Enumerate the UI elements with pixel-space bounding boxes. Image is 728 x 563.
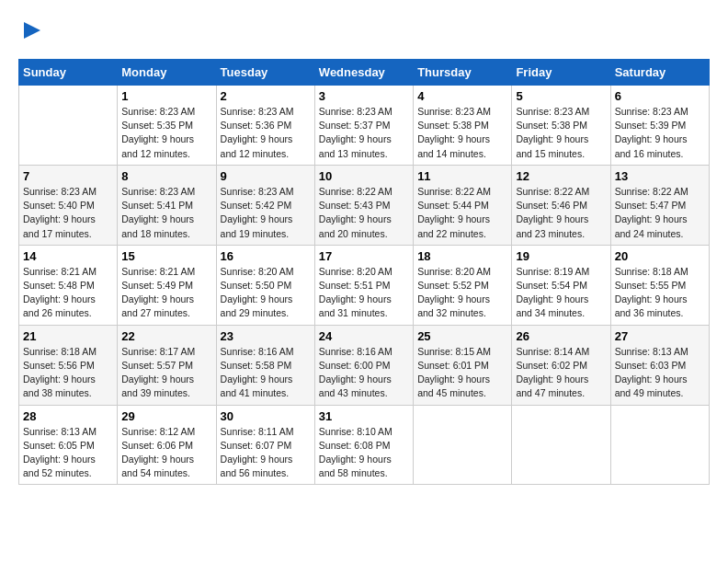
day-number: 1	[121, 89, 211, 103]
day-number: 31	[319, 409, 409, 423]
calendar-cell: 29Sunrise: 8:12 AM Sunset: 6:06 PM Dayli…	[118, 405, 216, 485]
calendar-cell: 14Sunrise: 8:21 AM Sunset: 5:48 PM Dayli…	[19, 245, 118, 325]
day-info: Sunrise: 8:10 AM Sunset: 6:08 PM Dayligh…	[319, 425, 409, 481]
calendar-cell: 27Sunrise: 8:13 AM Sunset: 6:03 PM Dayli…	[610, 325, 709, 405]
calendar-cell: 24Sunrise: 8:16 AM Sunset: 6:00 PM Dayli…	[314, 325, 413, 405]
day-number: 9	[221, 169, 311, 183]
calendar-cell: 2Sunrise: 8:23 AM Sunset: 5:36 PM Daylig…	[216, 86, 314, 166]
day-number: 15	[121, 249, 211, 263]
day-info: Sunrise: 8:15 AM Sunset: 6:01 PM Dayligh…	[417, 345, 507, 401]
day-number: 5	[516, 89, 606, 103]
day-info: Sunrise: 8:22 AM Sunset: 5:44 PM Dayligh…	[417, 185, 507, 241]
week-row-2: 14Sunrise: 8:21 AM Sunset: 5:48 PM Dayli…	[19, 245, 710, 325]
day-info: Sunrise: 8:23 AM Sunset: 5:38 PM Dayligh…	[417, 105, 507, 161]
day-number: 19	[516, 249, 606, 263]
calendar-cell: 23Sunrise: 8:16 AM Sunset: 5:58 PM Dayli…	[216, 325, 314, 405]
day-number: 28	[23, 409, 113, 423]
day-number: 27	[615, 329, 705, 343]
calendar-cell: 5Sunrise: 8:23 AM Sunset: 5:38 PM Daylig…	[512, 86, 610, 166]
day-info: Sunrise: 8:21 AM Sunset: 5:49 PM Dayligh…	[121, 265, 211, 321]
day-number: 16	[221, 249, 311, 263]
day-info: Sunrise: 8:19 AM Sunset: 5:54 PM Dayligh…	[516, 265, 606, 321]
page-header	[18, 18, 710, 44]
day-number: 4	[417, 89, 507, 103]
calendar-cell	[512, 405, 610, 485]
calendar-cell: 12Sunrise: 8:22 AM Sunset: 5:46 PM Dayli…	[512, 165, 610, 245]
calendar-cell: 10Sunrise: 8:22 AM Sunset: 5:43 PM Dayli…	[314, 165, 413, 245]
calendar-cell: 6Sunrise: 8:23 AM Sunset: 5:39 PM Daylig…	[610, 86, 709, 166]
calendar-cell: 16Sunrise: 8:20 AM Sunset: 5:50 PM Dayli…	[216, 245, 314, 325]
day-number: 14	[23, 249, 113, 263]
day-number: 23	[221, 329, 311, 343]
day-info: Sunrise: 8:14 AM Sunset: 6:02 PM Dayligh…	[516, 345, 606, 401]
day-info: Sunrise: 8:23 AM Sunset: 5:36 PM Dayligh…	[221, 105, 311, 161]
calendar-cell	[610, 405, 709, 485]
calendar-cell: 21Sunrise: 8:18 AM Sunset: 5:56 PM Dayli…	[19, 325, 118, 405]
day-number: 3	[319, 89, 409, 103]
logo-arrow-icon	[22, 20, 42, 40]
calendar-cell: 4Sunrise: 8:23 AM Sunset: 5:38 PM Daylig…	[414, 86, 512, 166]
day-info: Sunrise: 8:13 AM Sunset: 6:03 PM Dayligh…	[615, 345, 705, 401]
day-info: Sunrise: 8:16 AM Sunset: 5:58 PM Dayligh…	[221, 345, 311, 401]
calendar-cell: 13Sunrise: 8:22 AM Sunset: 5:47 PM Dayli…	[610, 165, 709, 245]
day-info: Sunrise: 8:23 AM Sunset: 5:39 PM Dayligh…	[615, 105, 705, 161]
calendar-cell	[19, 86, 118, 166]
header-day-wednesday: Wednesday	[314, 60, 413, 86]
calendar-cell: 3Sunrise: 8:23 AM Sunset: 5:37 PM Daylig…	[314, 86, 413, 166]
day-info: Sunrise: 8:11 AM Sunset: 6:07 PM Dayligh…	[221, 425, 311, 481]
calendar-cell: 30Sunrise: 8:11 AM Sunset: 6:07 PM Dayli…	[216, 405, 314, 485]
day-info: Sunrise: 8:21 AM Sunset: 5:48 PM Dayligh…	[23, 265, 113, 321]
day-info: Sunrise: 8:20 AM Sunset: 5:51 PM Dayligh…	[319, 265, 409, 321]
calendar-cell: 19Sunrise: 8:19 AM Sunset: 5:54 PM Dayli…	[512, 245, 610, 325]
day-info: Sunrise: 8:17 AM Sunset: 5:57 PM Dayligh…	[121, 345, 211, 401]
calendar-cell: 1Sunrise: 8:23 AM Sunset: 5:35 PM Daylig…	[118, 86, 216, 166]
day-info: Sunrise: 8:16 AM Sunset: 6:00 PM Dayligh…	[319, 345, 409, 401]
calendar-cell: 8Sunrise: 8:23 AM Sunset: 5:41 PM Daylig…	[118, 165, 216, 245]
day-number: 11	[417, 169, 507, 183]
day-number: 29	[121, 409, 211, 423]
calendar-cell: 22Sunrise: 8:17 AM Sunset: 5:57 PM Dayli…	[118, 325, 216, 405]
day-info: Sunrise: 8:18 AM Sunset: 5:55 PM Dayligh…	[615, 265, 705, 321]
header-row: SundayMondayTuesdayWednesdayThursdayFrid…	[19, 60, 710, 86]
day-number: 17	[319, 249, 409, 263]
calendar-table: SundayMondayTuesdayWednesdayThursdayFrid…	[18, 59, 710, 485]
calendar-cell: 25Sunrise: 8:15 AM Sunset: 6:01 PM Dayli…	[414, 325, 512, 405]
calendar-cell	[414, 405, 512, 485]
header-day-tuesday: Tuesday	[216, 60, 314, 86]
day-number: 25	[417, 329, 507, 343]
day-info: Sunrise: 8:20 AM Sunset: 5:52 PM Dayligh…	[417, 265, 507, 321]
day-number: 22	[121, 329, 211, 343]
day-number: 18	[417, 249, 507, 263]
day-number: 2	[221, 89, 311, 103]
day-info: Sunrise: 8:23 AM Sunset: 5:41 PM Dayligh…	[121, 185, 211, 241]
calendar-cell: 26Sunrise: 8:14 AM Sunset: 6:02 PM Dayli…	[512, 325, 610, 405]
day-info: Sunrise: 8:13 AM Sunset: 6:05 PM Dayligh…	[23, 425, 113, 481]
week-row-3: 21Sunrise: 8:18 AM Sunset: 5:56 PM Dayli…	[19, 325, 710, 405]
logo	[18, 18, 42, 44]
header-day-thursday: Thursday	[414, 60, 512, 86]
calendar-cell: 9Sunrise: 8:23 AM Sunset: 5:42 PM Daylig…	[216, 165, 314, 245]
svg-marker-0	[24, 22, 40, 39]
calendar-cell: 31Sunrise: 8:10 AM Sunset: 6:08 PM Dayli…	[314, 405, 413, 485]
week-row-4: 28Sunrise: 8:13 AM Sunset: 6:05 PM Dayli…	[19, 405, 710, 485]
day-number: 10	[319, 169, 409, 183]
day-info: Sunrise: 8:22 AM Sunset: 5:43 PM Dayligh…	[319, 185, 409, 241]
day-info: Sunrise: 8:23 AM Sunset: 5:42 PM Dayligh…	[221, 185, 311, 241]
calendar-cell: 17Sunrise: 8:20 AM Sunset: 5:51 PM Dayli…	[314, 245, 413, 325]
day-info: Sunrise: 8:23 AM Sunset: 5:37 PM Dayligh…	[319, 105, 409, 161]
day-info: Sunrise: 8:12 AM Sunset: 6:06 PM Dayligh…	[121, 425, 211, 481]
day-number: 6	[615, 89, 705, 103]
day-number: 21	[23, 329, 113, 343]
week-row-0: 1Sunrise: 8:23 AM Sunset: 5:35 PM Daylig…	[19, 86, 710, 166]
header-day-friday: Friday	[512, 60, 610, 86]
day-number: 20	[615, 249, 705, 263]
header-day-monday: Monday	[118, 60, 216, 86]
calendar-cell: 28Sunrise: 8:13 AM Sunset: 6:05 PM Dayli…	[19, 405, 118, 485]
day-info: Sunrise: 8:20 AM Sunset: 5:50 PM Dayligh…	[221, 265, 311, 321]
day-info: Sunrise: 8:23 AM Sunset: 5:38 PM Dayligh…	[516, 105, 606, 161]
day-info: Sunrise: 8:22 AM Sunset: 5:47 PM Dayligh…	[615, 185, 705, 241]
calendar-cell: 20Sunrise: 8:18 AM Sunset: 5:55 PM Dayli…	[610, 245, 709, 325]
calendar-cell: 7Sunrise: 8:23 AM Sunset: 5:40 PM Daylig…	[19, 165, 118, 245]
day-info: Sunrise: 8:22 AM Sunset: 5:46 PM Dayligh…	[516, 185, 606, 241]
header-day-saturday: Saturday	[610, 60, 709, 86]
